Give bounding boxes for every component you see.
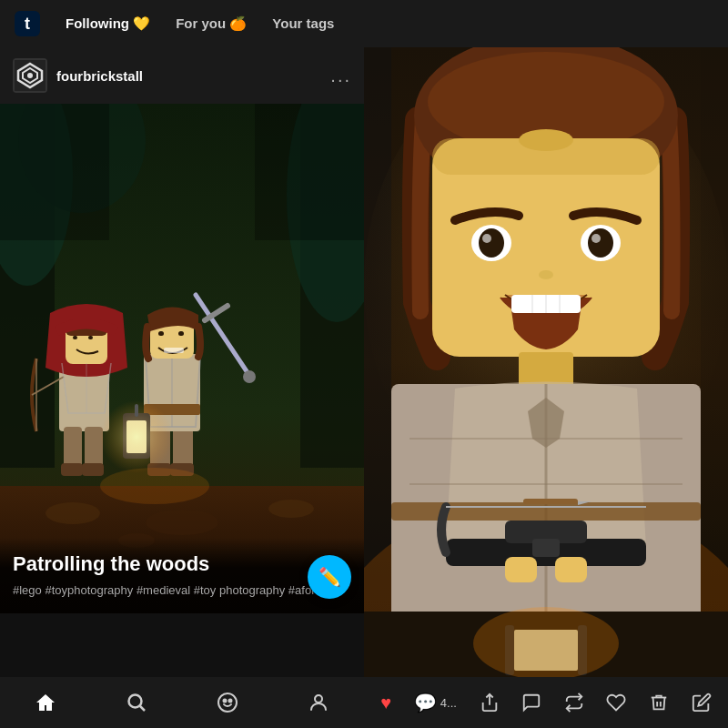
svg-point-51	[224, 700, 227, 703]
heart-outline-button[interactable]	[606, 693, 626, 713]
svg-rect-84	[523, 499, 578, 504]
right-panel	[364, 47, 728, 728]
svg-rect-88	[555, 557, 587, 582]
svg-point-65	[479, 228, 504, 258]
comment-icon	[521, 693, 541, 713]
right-panel-svg	[364, 47, 728, 677]
svg-rect-41	[135, 404, 138, 417]
action-bar-right: ♥ 💬 4...	[364, 677, 728, 728]
svg-point-48	[129, 695, 142, 708]
svg-point-53	[315, 695, 322, 703]
svg-point-52	[229, 700, 232, 703]
tab-following[interactable]: Following 💛	[55, 10, 161, 37]
post-image-svg	[0, 104, 364, 613]
heart-filled-icon: ♥	[380, 693, 391, 713]
svg-point-70	[539, 270, 553, 279]
username-label: fourbrickstall	[56, 68, 330, 84]
smiley-icon	[217, 692, 238, 713]
svg-point-3	[27, 73, 33, 78]
svg-point-13	[268, 500, 314, 518]
person-icon	[308, 692, 329, 713]
compose-fab-button[interactable]: ✏️	[308, 555, 351, 599]
tumblr-logo[interactable]: t	[15, 11, 40, 36]
svg-point-44	[243, 370, 256, 383]
left-panel: fourbrickstall ...	[0, 47, 364, 728]
nav-home-button[interactable]	[23, 684, 68, 721]
post-header: fourbrickstall ...	[0, 47, 364, 104]
svg-rect-37	[164, 348, 184, 353]
svg-point-12	[146, 510, 218, 535]
svg-rect-18	[73, 336, 77, 339]
right-panel-image	[364, 47, 728, 677]
nav-tabs: Following 💛 For you 🍊 Your tags	[55, 10, 713, 37]
svg-rect-28	[173, 427, 193, 468]
share-button[interactable]	[480, 693, 500, 713]
post-image: Patrolling the woods #lego #toyphotograp…	[0, 104, 364, 613]
avatar[interactable]	[13, 58, 47, 93]
svg-point-50	[218, 693, 237, 712]
svg-rect-35	[158, 331, 164, 336]
svg-point-66	[482, 234, 491, 243]
delete-button[interactable]	[649, 693, 669, 713]
notes-count: 4...	[440, 696, 457, 710]
like-button[interactable]: ♥	[380, 693, 391, 713]
nav-account-button[interactable]	[296, 684, 341, 721]
post-tags: #lego #toyphotography #medieval #toy pho…	[13, 581, 351, 601]
more-options-button[interactable]: ...	[330, 66, 351, 86]
svg-point-93	[473, 607, 619, 677]
svg-rect-87	[505, 557, 537, 582]
svg-rect-47	[255, 104, 364, 240]
svg-point-11	[46, 502, 100, 524]
reblog-icon	[564, 693, 584, 713]
bottom-navigation-left	[0, 677, 364, 728]
svg-rect-23	[85, 427, 103, 468]
svg-rect-25	[82, 463, 104, 476]
tab-your-tags[interactable]: Your tags	[261, 10, 345, 37]
heart-outline-icon	[606, 693, 626, 713]
nav-search-button[interactable]	[114, 684, 159, 721]
avatar-image	[15, 60, 46, 91]
svg-rect-22	[64, 427, 82, 468]
svg-rect-24	[61, 463, 83, 476]
delete-icon	[649, 693, 669, 713]
home-icon	[35, 692, 56, 713]
svg-point-45	[100, 468, 209, 504]
svg-rect-46	[0, 104, 109, 240]
notes-button[interactable]: 💬 4...	[414, 692, 457, 713]
top-navigation: t Following 💛 For you 🍊 Your tags	[0, 0, 728, 47]
svg-rect-19	[88, 336, 93, 339]
svg-point-68	[588, 228, 613, 258]
svg-point-69	[592, 234, 601, 243]
edit-icon	[692, 693, 712, 713]
nav-activity-button[interactable]	[205, 684, 250, 721]
svg-rect-86	[532, 539, 560, 557]
svg-point-63	[519, 129, 573, 151]
pencil-icon: ✏️	[318, 566, 341, 588]
svg-line-49	[140, 706, 146, 712]
search-icon	[126, 692, 147, 713]
post-title: Patrolling the woods	[13, 552, 351, 576]
reblog-button[interactable]	[564, 693, 584, 713]
tab-for-you[interactable]: For you 🍊	[165, 10, 258, 37]
svg-rect-80	[391, 502, 701, 521]
edit-button[interactable]	[692, 693, 712, 713]
notes-icon: 💬	[414, 692, 437, 713]
share-icon	[480, 693, 500, 713]
comment-button[interactable]	[521, 693, 541, 713]
svg-rect-36	[178, 331, 184, 336]
